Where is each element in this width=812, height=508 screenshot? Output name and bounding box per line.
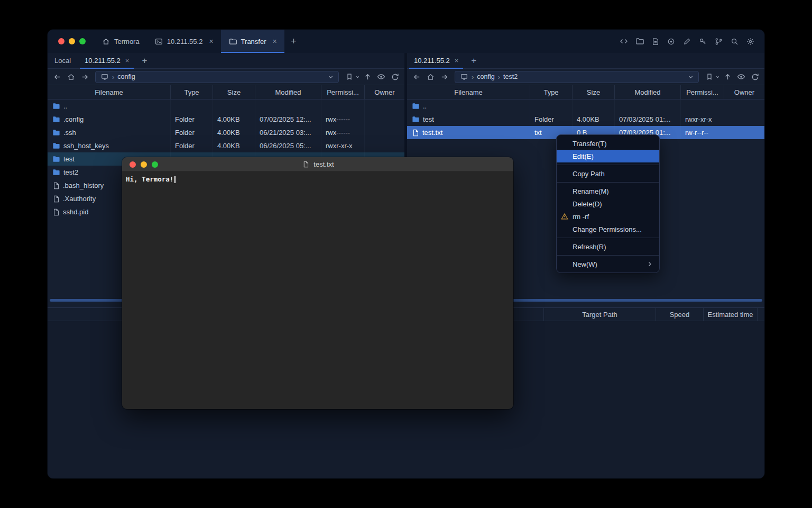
search-icon[interactable] bbox=[730, 37, 739, 46]
menu-item-edit-e[interactable]: Edit(E) bbox=[557, 150, 659, 162]
column-estimated-time[interactable]: Estimated time bbox=[703, 308, 757, 321]
tab-termora[interactable]: Termora bbox=[94, 30, 147, 53]
left-path-breadcrumb[interactable]: › config bbox=[95, 71, 339, 83]
column-modified[interactable]: Modified bbox=[255, 85, 321, 99]
file-icon bbox=[412, 129, 419, 137]
chevron-down-icon[interactable] bbox=[687, 74, 694, 80]
column-filename[interactable]: Filename bbox=[48, 85, 171, 99]
folder-icon[interactable] bbox=[635, 37, 644, 46]
titlebar-actions bbox=[619, 37, 764, 46]
upload-icon[interactable] bbox=[721, 70, 734, 83]
tab-right-host[interactable]: 10.211.55.2 × bbox=[407, 53, 465, 69]
close-tab-icon[interactable]: × bbox=[125, 57, 130, 65]
eye-icon[interactable] bbox=[375, 70, 387, 83]
column-type[interactable]: Type bbox=[530, 85, 573, 99]
file-row-.config[interactable]: .configFolder4.00KB07/02/2025 12:...rwx-… bbox=[48, 113, 404, 126]
right-path-breadcrumb[interactable]: › config › test2 bbox=[455, 71, 699, 83]
new-window-tab-button[interactable]: + bbox=[284, 35, 303, 47]
folder-icon bbox=[52, 155, 60, 163]
column-permissions[interactable]: Permissi... bbox=[321, 85, 365, 99]
column-filename[interactable]: Filename bbox=[407, 85, 530, 99]
menu-item-change-permissions[interactable]: Change Permissions... bbox=[557, 223, 659, 235]
upload-icon[interactable] bbox=[361, 70, 374, 83]
minimize-editor-button[interactable] bbox=[141, 161, 147, 168]
file-row-ssh-host-keys[interactable]: ssh_host_keysFolder4.00KB06/26/2025 05:.… bbox=[48, 139, 404, 152]
zoom-editor-button[interactable] bbox=[152, 161, 158, 168]
column-owner[interactable]: Owner bbox=[365, 85, 404, 99]
bookmark-icon[interactable] bbox=[703, 70, 716, 83]
right-table-header: Filename Type Size Modified Permissi... … bbox=[407, 85, 764, 99]
close-editor-button[interactable] bbox=[130, 161, 136, 168]
cell-filename: ssh_host_keys bbox=[48, 139, 171, 152]
back-icon[interactable] bbox=[410, 70, 423, 83]
refresh-icon[interactable] bbox=[749, 70, 761, 83]
window-titlebar: Termora 10.211.55.2 × Transfer × + bbox=[48, 30, 764, 53]
left-table-header: Filename Type Size Modified Permissi... … bbox=[48, 85, 404, 99]
back-icon[interactable] bbox=[51, 70, 63, 83]
tab-host-terminal[interactable]: 10.211.55.2 × bbox=[147, 30, 221, 53]
menu-item-delete-d[interactable]: Delete(D) bbox=[557, 197, 659, 210]
key-icon[interactable] bbox=[698, 37, 707, 46]
pencil-icon[interactable] bbox=[682, 37, 691, 46]
editor-titlebar[interactable]: test.txt bbox=[122, 157, 513, 171]
menu-item-copy-path[interactable]: Copy Path bbox=[557, 167, 659, 180]
cell-size bbox=[573, 99, 615, 113]
breadcrumb-segment[interactable]: config bbox=[477, 73, 494, 80]
zoom-window-button[interactable] bbox=[79, 38, 86, 44]
folder-icon bbox=[52, 115, 60, 123]
menu-separator bbox=[557, 182, 659, 183]
home-icon[interactable] bbox=[64, 70, 77, 83]
cell-modified bbox=[255, 99, 321, 113]
close-window-button[interactable] bbox=[58, 38, 64, 44]
close-tab-icon[interactable]: × bbox=[273, 37, 277, 46]
column-modified[interactable]: Modified bbox=[615, 85, 681, 99]
menu-item-rm-rf[interactable]: rm -rf bbox=[557, 210, 659, 223]
branch-icon[interactable] bbox=[714, 37, 723, 46]
file-row-..[interactable]: .. bbox=[48, 99, 404, 113]
file-row-test[interactable]: testFolder4.00KB07/03/2025 01:...rwxr-xr… bbox=[407, 113, 764, 126]
column-target-path[interactable]: Target Path bbox=[543, 308, 656, 321]
minimize-window-button[interactable] bbox=[69, 38, 75, 44]
menu-item-rename-m[interactable]: Rename(M) bbox=[557, 185, 659, 197]
menu-item-transfer-t[interactable]: Transfer(T) bbox=[557, 137, 659, 150]
left-toolbar: › config bbox=[48, 69, 404, 85]
column-size[interactable]: Size bbox=[573, 85, 615, 99]
file-row-.ssh[interactable]: .sshFolder4.00KB06/21/2025 03:...rwx----… bbox=[48, 126, 404, 139]
document-icon[interactable] bbox=[651, 37, 660, 46]
file-row-..[interactable]: .. bbox=[407, 99, 764, 113]
bookmark-icon[interactable] bbox=[343, 70, 356, 83]
column-permissions[interactable]: Permissi... bbox=[681, 85, 724, 99]
column-type[interactable]: Type bbox=[171, 85, 213, 99]
column-owner[interactable]: Owner bbox=[724, 85, 764, 99]
cell-type bbox=[530, 99, 573, 113]
refresh-icon[interactable] bbox=[389, 70, 401, 83]
tab-local[interactable]: Local bbox=[48, 53, 78, 69]
tab-transfer[interactable]: Transfer × bbox=[221, 30, 284, 53]
code-icon[interactable] bbox=[619, 37, 628, 46]
new-left-panel-tab-button[interactable]: + bbox=[136, 56, 153, 66]
chevron-down-icon[interactable] bbox=[327, 74, 334, 80]
gear-icon[interactable] bbox=[746, 37, 755, 46]
column-size[interactable]: Size bbox=[213, 85, 255, 99]
breadcrumb-segment[interactable]: test2 bbox=[503, 73, 518, 80]
bookmark-caret-icon[interactable] bbox=[715, 75, 720, 79]
editor-content[interactable]: Hi, Termora! bbox=[122, 171, 513, 409]
cell-size bbox=[213, 99, 255, 113]
filename-label: sshd.pid bbox=[63, 208, 88, 216]
bookmark-caret-icon[interactable] bbox=[355, 75, 360, 79]
forward-icon[interactable] bbox=[78, 70, 91, 83]
close-tab-icon[interactable]: × bbox=[209, 37, 213, 46]
menu-item-new-w[interactable]: New(W) bbox=[557, 258, 659, 270]
column-speed[interactable]: Speed bbox=[656, 308, 703, 321]
eye-icon[interactable] bbox=[735, 70, 748, 83]
home-icon[interactable] bbox=[424, 70, 437, 83]
breadcrumb-segment[interactable]: config bbox=[117, 73, 135, 80]
new-right-panel-tab-button[interactable]: + bbox=[465, 56, 482, 66]
forward-icon[interactable] bbox=[438, 70, 450, 83]
menu-item-refresh-r[interactable]: Refresh(R) bbox=[557, 240, 659, 253]
tab-left-host[interactable]: 10.211.55.2 × bbox=[78, 53, 136, 69]
record-icon[interactable] bbox=[667, 37, 676, 46]
breadcrumb-separator: › bbox=[472, 73, 474, 81]
filename-label: test2 bbox=[63, 168, 78, 176]
close-tab-icon[interactable]: × bbox=[455, 57, 459, 65]
